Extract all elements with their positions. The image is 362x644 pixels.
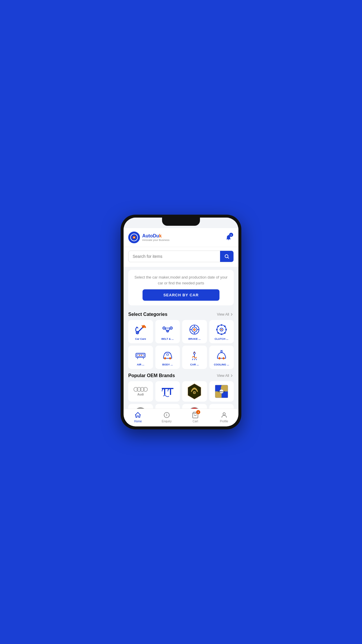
category-item-car-care[interactable]: Car Care [128,320,153,343]
profile-label: Profile [220,420,228,423]
search-by-car-banner: Select the car maker,model and productio… [128,270,234,305]
body-label: BODY ... [162,363,173,366]
cart-badge: 1 [196,410,200,414]
svg-line-41 [192,359,193,360]
svg-point-28 [224,326,226,327]
clutch-icon [215,323,228,336]
svg-point-27 [217,326,219,327]
audi-logo: Audi [130,384,151,399]
car-parts-icon [188,349,201,362]
notification-button[interactable]: 1 [223,232,234,243]
logo-area: AutoDuk Innovate your Business [128,232,170,243]
brand-fiat[interactable]: FIAT [182,404,207,409]
svg-point-30 [224,332,226,333]
brand-tagline: Innovate your Business [142,239,170,242]
svg-point-46 [222,357,224,359]
body-icon [161,349,174,362]
category-item-car-parts[interactable]: CAR ... [182,346,207,369]
lamborghini-logo [184,384,205,399]
svg-point-12 [167,330,168,332]
profile-icon [220,411,228,419]
cart-icon: 1 [191,411,199,419]
home-label: Home [134,420,142,423]
svg-point-25 [216,329,217,330]
search-input[interactable] [129,251,220,262]
brake-label: BRAKE ... [188,337,201,341]
svg-point-2 [133,237,135,238]
svg-point-72 [223,413,225,415]
svg-text:PORSCHE: PORSCHE [218,391,225,393]
svg-line-50 [222,350,223,351]
categories-view-all[interactable]: View All [217,312,234,316]
air-icon [134,349,147,362]
brand-orange: AutoDu [142,233,159,238]
svg-point-45 [218,357,220,359]
nav-cart[interactable]: 1 Cart [181,411,210,423]
brake-icon [188,323,201,336]
nav-enquiry[interactable]: i Enquiry [152,411,181,423]
brand-porsche[interactable]: PORSCHE [209,381,234,402]
belt-icon [161,323,174,336]
brand-lamborghini[interactable] [182,381,207,402]
svg-point-11 [171,328,172,329]
brands-title: Popular OEM Brands [128,373,175,378]
brand-tata[interactable] [155,381,180,402]
svg-point-38 [164,357,166,359]
svg-rect-52 [168,388,173,389]
search-bar [128,251,234,262]
svg-point-26 [225,329,227,330]
svg-point-24 [221,333,222,335]
nav-profile[interactable]: Profile [210,411,239,423]
categories-header: Select Categories View All [128,312,234,317]
brands-header: Popular OEM Brands View All [128,373,234,378]
svg-point-47 [221,351,222,352]
svg-point-44 [194,352,195,353]
categories-section: Select Categories View All [124,308,238,371]
search-button[interactable] [220,251,233,262]
phone-screen: AutoDuk Innovate your Business 1 [124,218,238,426]
category-item-clutch[interactable]: CLUTCH ... [209,320,234,343]
svg-point-29 [217,332,219,333]
category-item-belt[interactable]: BELT & ... [155,320,180,343]
car-parts-label: CAR ... [190,363,199,366]
svg-point-23 [221,324,222,326]
brand-audi[interactable]: Audi [128,381,153,402]
brand-bmw[interactable]: BMW [128,404,153,409]
app-content: AutoDuk Innovate your Business 1 [124,218,238,409]
tata-logo [157,384,178,399]
bottom-navigation: Home i Enquiry 1 [124,409,238,426]
svg-rect-40 [166,354,168,355]
cooling-label: COOLING ... [214,363,229,366]
app-logo [128,232,140,243]
svg-text:i: i [166,413,167,417]
brand-hyundai[interactable]: HYUNDAI [155,404,180,409]
home-icon [134,411,142,419]
belt-label: BELT & ... [161,337,174,341]
nav-home[interactable]: Home [124,411,152,423]
brand-datsun[interactable]: DATSUN [209,404,234,409]
svg-point-31 [221,329,222,330]
header: AutoDuk Innovate your Business 1 [124,228,238,247]
enquiry-icon: i [163,411,171,419]
porsche-logo: PORSCHE [211,384,232,399]
phone-frame: AutoDuk Innovate your Business 1 [121,215,241,429]
brands-view-all[interactable]: View All [217,374,234,378]
svg-point-16 [194,329,195,330]
car-care-icon [134,323,147,336]
search-section [124,247,238,267]
categories-grid: Car Care [128,320,234,369]
notification-badge: 1 [229,233,233,237]
category-item-cooling[interactable]: COOLING ... [209,346,234,369]
categories-title: Select Categories [128,312,167,317]
search-by-car-button[interactable]: SEARCH BY CAR [143,289,219,301]
brand-name: AutoDuk [142,233,170,239]
svg-point-35 [141,355,142,356]
svg-point-10 [164,328,165,329]
enquiry-label: Enquiry [162,420,172,423]
category-item-brake[interactable]: BRAKE ... [182,320,207,343]
svg-point-34 [139,355,140,356]
category-item-body[interactable]: BODY ... [155,346,180,369]
banner-text: Select the car maker,model and productio… [133,274,229,286]
category-item-air[interactable]: AIR ... [128,346,153,369]
svg-rect-51 [162,388,168,389]
